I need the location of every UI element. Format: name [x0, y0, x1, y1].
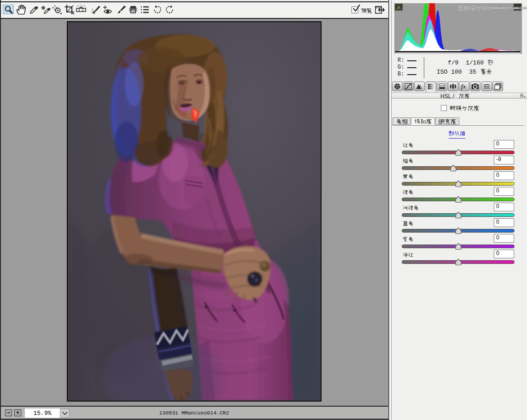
svg-text:fx: fx	[461, 83, 466, 90]
